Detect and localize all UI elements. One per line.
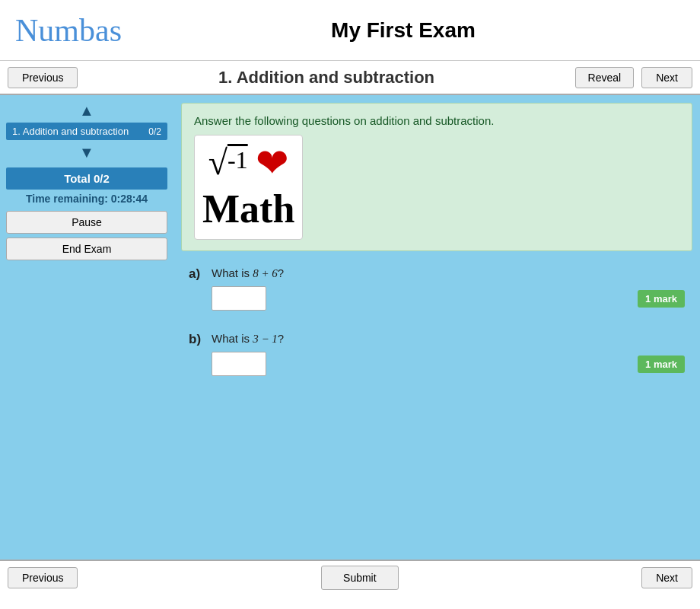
- question-a-text: What is 8 + 6?: [212, 266, 685, 280]
- math-top-row: √-1 ❤: [208, 143, 289, 183]
- mark-badge-b: 1 mark: [638, 356, 685, 373]
- answer-input-a[interactable]: [212, 286, 266, 311]
- logo: Numbas: [15, 12, 122, 49]
- question-a-section: a) What is 8 + 6? 1 mark: [181, 262, 692, 327]
- math-word: Math: [202, 187, 294, 231]
- heart-icon: ❤: [256, 143, 289, 183]
- content-panel: Answer the following questions on additi…: [173, 95, 700, 560]
- submit-button[interactable]: Submit: [321, 566, 399, 590]
- arrow-down-icon[interactable]: ▼: [79, 143, 94, 161]
- pause-button[interactable]: Pause: [6, 211, 167, 234]
- previous-button-bottom[interactable]: Previous: [8, 567, 78, 588]
- question-b-section: b) What is 3 − 1? 1 mark: [181, 327, 692, 393]
- question-a-row: a) What is 8 + 6? 1 mark: [189, 266, 685, 311]
- question-b-content: What is 3 − 1? 1 mark: [212, 332, 685, 376]
- question-b-label: b): [189, 332, 204, 347]
- arrow-up-icon[interactable]: ▲: [79, 101, 94, 120]
- question-b-text: What is 3 − 1?: [212, 332, 685, 346]
- top-nav-bar: Previous 1. Addition and subtraction Rev…: [0, 61, 700, 95]
- math-image-inner: √-1 ❤ Math: [202, 143, 294, 231]
- sidebar: ▲ 1. Addition and subtraction 0/2 ▼ Tota…: [0, 95, 173, 560]
- question-a-input-row: 1 mark: [212, 286, 685, 311]
- question-b-row: b) What is 3 − 1? 1 mark: [189, 332, 685, 376]
- section-title: 1. Addition and subtraction: [78, 68, 574, 88]
- total-box: Total 0/2: [6, 167, 167, 190]
- nav-arrows: ▲: [6, 101, 167, 120]
- sqrt-symbol: √-1: [208, 145, 248, 180]
- header: Numbas My First Exam: [0, 0, 700, 61]
- intro-text: Answer the following questions on additi…: [194, 114, 679, 127]
- answer-input-b[interactable]: [212, 352, 266, 376]
- math-image: √-1 ❤ Math: [194, 135, 303, 240]
- intro-box: Answer the following questions on additi…: [181, 103, 692, 251]
- question-a-label: a): [189, 266, 204, 282]
- question-list-item[interactable]: 1. Addition and subtraction 0/2: [6, 123, 167, 140]
- question-a-content: What is 8 + 6? 1 mark: [212, 266, 685, 311]
- mark-badge-a: 1 mark: [638, 290, 685, 308]
- previous-button-top[interactable]: Previous: [8, 67, 78, 88]
- question-item-score: 0/2: [148, 126, 161, 137]
- end-exam-button[interactable]: End Exam: [6, 238, 167, 260]
- bottom-bar: Previous Submit Next: [0, 560, 700, 594]
- main-area: ▲ 1. Addition and subtraction 0/2 ▼ Tota…: [0, 95, 700, 560]
- next-button-bottom[interactable]: Next: [641, 567, 692, 588]
- reveal-button[interactable]: Reveal: [575, 67, 635, 88]
- next-button-top[interactable]: Next: [641, 67, 692, 88]
- question-item-label: 1. Addition and subtraction: [12, 126, 129, 137]
- exam-title: My First Exam: [122, 18, 685, 43]
- question-b-input-row: 1 mark: [212, 352, 685, 376]
- nav-arrows-down: ▼: [6, 143, 167, 161]
- time-remaining: Time remaining: 0:28:44: [6, 193, 167, 205]
